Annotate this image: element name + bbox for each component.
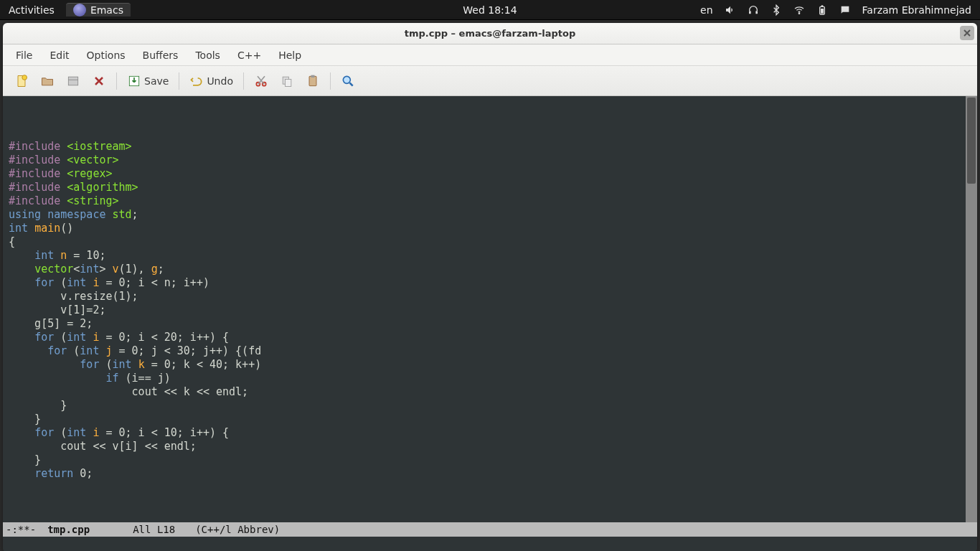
gnome-topbar: Activities Emacs Wed 18:14 en Farzam Ebr… — [0, 0, 980, 20]
menubar: File Edit Options Buffers Tools C++ Help — [3, 44, 977, 66]
app-menu[interactable]: Emacs — [66, 3, 131, 17]
open-file-button[interactable] — [36, 70, 59, 92]
code-line: int main() — [3, 222, 977, 235]
search-button[interactable] — [336, 70, 359, 92]
bluetooth-icon[interactable] — [771, 4, 782, 16]
wifi-icon[interactable] — [793, 4, 805, 16]
toolbar-separator — [179, 72, 179, 90]
code-line: #include <regex> — [3, 167, 977, 181]
code-line: } — [3, 413, 977, 426]
kill-buffer-button[interactable] — [88, 70, 110, 92]
code-line: for (int i = 0; i < 10; i++) { — [3, 426, 977, 440]
toolbar-separator — [116, 72, 117, 90]
svg-point-16 — [343, 76, 350, 83]
modeline-position: All L18 — [133, 524, 175, 535]
code-line: int n = 10; — [3, 249, 977, 263]
clock[interactable]: Wed 18:14 — [463, 4, 517, 16]
svg-rect-0 — [749, 11, 751, 14]
emacs-window: tmp.cpp – emacs@farzam-laptop File Edit … — [3, 23, 977, 551]
dired-button[interactable] — [62, 70, 85, 92]
modeline-prefix: -:**- — [6, 524, 36, 535]
toolbar-separator — [330, 72, 331, 90]
volume-icon[interactable] — [725, 4, 736, 16]
code-line: v.resize(1); — [3, 290, 977, 303]
menu-edit[interactable]: Edit — [41, 47, 77, 64]
modeline[interactable]: -:**- tmp.cpp All L18 (C++/l Abbrev) — [3, 522, 977, 537]
code-line: { — [3, 235, 977, 249]
code-line: cout << k << endl; — [3, 385, 977, 399]
svg-rect-1 — [755, 11, 758, 14]
chat-icon[interactable] — [839, 4, 851, 16]
code-line: g[5] = 2; — [3, 317, 977, 331]
code-line: #include <algorithm> — [3, 181, 977, 194]
user-menu[interactable]: Farzam Ebrahimnejad — [862, 4, 971, 16]
window-close-button[interactable] — [960, 26, 974, 40]
svg-rect-7 — [68, 77, 77, 85]
code-line: for (int i = 0; i < 20; i++) { — [3, 331, 977, 344]
code-line: #include <vector> — [3, 154, 977, 167]
window-title: tmp.cpp – emacs@farzam-laptop — [405, 28, 576, 39]
save-button[interactable]: Save — [123, 70, 173, 92]
svg-rect-13 — [285, 79, 291, 86]
undo-label: Undo — [207, 75, 233, 87]
menu-buffers[interactable]: Buffers — [134, 47, 187, 64]
svg-rect-5 — [821, 9, 824, 14]
code-line: #include <string> — [3, 194, 977, 208]
code-line: for (int i = 0; i < n; i++) — [3, 276, 977, 290]
keyboard-layout-indicator[interactable]: en — [700, 4, 713, 16]
code-line: for (int k = 0; k < 40; k++) — [3, 358, 977, 372]
svg-rect-4 — [821, 5, 823, 6]
app-menu-label: Emacs — [90, 4, 123, 16]
copy-button[interactable] — [275, 70, 298, 92]
menu-help[interactable]: Help — [270, 47, 310, 64]
toolbar: Save Undo — [3, 66, 977, 96]
code-line: using namespace std; — [3, 208, 977, 222]
code-line: if (i== j) — [3, 372, 977, 385]
menu-cpp[interactable]: C++ — [229, 47, 270, 64]
toolbar-separator — [243, 72, 244, 90]
menu-options[interactable]: Options — [78, 47, 134, 64]
code-line: vector<int> v(1), g; — [3, 263, 977, 276]
scrollbar-thumb[interactable] — [967, 98, 976, 184]
headphones-icon[interactable] — [748, 4, 759, 16]
svg-rect-15 — [311, 75, 314, 77]
editor-buffer[interactable]: #include <iostream>#include <vector>#inc… — [3, 96, 977, 522]
minibuffer[interactable] — [3, 537, 977, 551]
code-line: v[1]=2; — [3, 303, 977, 317]
paste-button[interactable] — [301, 70, 324, 92]
svg-point-6 — [22, 75, 27, 80]
scrollbar[interactable] — [966, 96, 977, 522]
menu-file[interactable]: File — [7, 47, 41, 64]
save-label: Save — [144, 75, 169, 87]
activities-button[interactable]: Activities — [0, 4, 63, 16]
cut-button[interactable] — [250, 70, 273, 92]
svg-rect-14 — [309, 76, 316, 85]
new-file-button[interactable] — [10, 70, 33, 92]
code-line: for (int j = 0; j < 30; j++) {(fd — [3, 344, 977, 358]
modeline-buffer-name: tmp.cpp — [47, 524, 90, 535]
undo-button[interactable]: Undo — [185, 70, 237, 92]
code-line: return 0; — [3, 467, 977, 481]
menu-tools[interactable]: Tools — [187, 47, 229, 64]
emacs-icon — [73, 4, 86, 17]
code-line: #include <iostream> — [3, 140, 977, 154]
modeline-major-mode: (C++/l Abbrev) — [195, 524, 280, 535]
code-line: } — [3, 399, 977, 413]
titlebar: tmp.cpp – emacs@farzam-laptop — [3, 23, 977, 44]
code-line: cout << v[i] << endl; — [3, 440, 977, 453]
svg-point-2 — [798, 13, 799, 14]
battery-icon[interactable] — [816, 4, 828, 16]
code-line: } — [3, 453, 977, 467]
